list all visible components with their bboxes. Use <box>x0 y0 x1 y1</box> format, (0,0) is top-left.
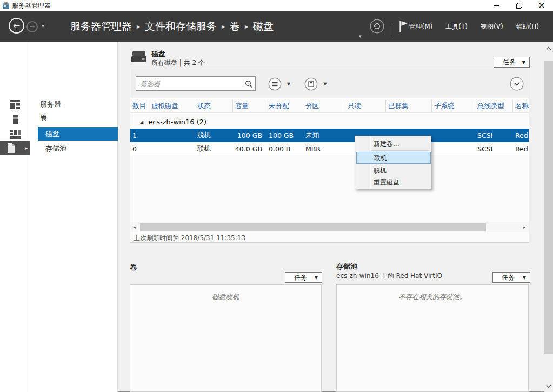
storage-pools-empty-message: 不存在相关的存储池。 <box>399 293 467 302</box>
breadcrumb-item-disks[interactable]: 磁盘 <box>253 19 274 34</box>
column-header[interactable]: 数目 <box>130 100 149 112</box>
menu-help[interactable]: 帮助(H) <box>516 22 539 31</box>
local-server-icon[interactable] <box>0 112 30 127</box>
volumes-empty-message: 磁盘脱机 <box>212 293 239 302</box>
notifications-flag-button[interactable] <box>399 20 408 35</box>
flag-icon <box>399 20 408 33</box>
column-header[interactable]: 名称 <box>513 100 529 112</box>
caret-down-icon[interactable]: ▼ <box>323 82 327 87</box>
cell-number: 1 <box>130 129 149 142</box>
breadcrumb-separator-icon: ▸ <box>222 23 225 30</box>
refresh-button[interactable] <box>370 19 384 34</box>
forward-button[interactable]: → <box>26 21 38 32</box>
filter-input[interactable] <box>136 76 256 91</box>
menu-item-reset-disk[interactable]: 重置磁盘 <box>355 176 432 188</box>
breadcrumb-item-server-manager[interactable]: 服务器管理器 <box>70 19 132 34</box>
column-header[interactable]: 未分配 <box>266 100 303 112</box>
storage-pools-tasks-button[interactable]: 任务 ▼ <box>492 272 530 283</box>
menu-tools[interactable]: 工具(T) <box>445 22 468 31</box>
menu-item-label: 新建卷... <box>374 139 399 149</box>
sidebar-item-disks[interactable]: 磁盘 <box>38 127 118 141</box>
minimize-button[interactable] <box>485 0 508 11</box>
horizontal-scrollbar[interactable]: ◂ ▸ <box>130 222 529 232</box>
caret-down-icon[interactable]: ▼ <box>287 82 290 87</box>
scroll-right-icon[interactable]: ▸ <box>520 224 529 230</box>
sidebar-item-volumes[interactable]: 卷 <box>30 111 118 125</box>
volumes-panel: 磁盘脱机 <box>130 284 322 392</box>
caret-down-icon: ▼ <box>315 275 318 280</box>
search-icon[interactable] <box>245 80 253 88</box>
menu-manage[interactable]: 管理(M) <box>409 22 433 31</box>
storage-pools-panel: 不存在相关的存储池。 <box>336 284 529 392</box>
sidebar-item-label: 卷 <box>40 114 47 123</box>
menu-item-offline[interactable]: 脱机 <box>355 164 432 176</box>
scrollbar-thumb[interactable] <box>544 61 553 354</box>
column-header[interactable]: 只读 <box>345 100 386 112</box>
page-caret-icon[interactable]: ▾ <box>359 34 362 39</box>
column-header[interactable]: 容量 <box>233 100 266 112</box>
cell-name: Red <box>513 142 529 155</box>
column-header[interactable]: 子系统 <box>432 100 475 112</box>
breadcrumb-item-file-storage[interactable]: 文件和存储服务 <box>145 19 217 34</box>
cell-capacity: 40.0 GB <box>233 142 266 155</box>
cell-status: 联机 <box>195 142 233 155</box>
app-title: 服务器管理器 <box>12 1 51 10</box>
breadcrumb-separator-icon: ▸ <box>245 23 248 30</box>
vertical-scrollbar[interactable] <box>544 42 553 392</box>
cell-unallocated: 0.00 B <box>266 142 303 155</box>
sidebar-item-label: 磁盘 <box>45 129 59 139</box>
sidebar-item-label: 存储池 <box>45 144 66 154</box>
breadcrumb-item-volumes[interactable]: 卷 <box>230 19 240 34</box>
scroll-left-icon[interactable]: ◂ <box>130 224 139 230</box>
group-label: ecs-zh-win16 (2) <box>148 118 206 126</box>
scroll-down-icon[interactable] <box>546 384 551 388</box>
view-toolbar: ▼ ▼ <box>268 77 327 91</box>
sidebar-item-label: 服务器 <box>40 99 61 109</box>
cell-status: 脱机 <box>195 129 233 142</box>
cell-name: Red <box>513 129 529 142</box>
column-header[interactable]: 已群集 <box>386 100 432 112</box>
menu-bar: 管理(M) 工具(T) 视图(V) 帮助(H) <box>409 11 539 42</box>
cell-virtual-disk <box>149 142 195 155</box>
list-view-button[interactable] <box>268 77 282 91</box>
menu-item-new-volume[interactable]: 新建卷... <box>355 138 432 150</box>
close-button[interactable]: × <box>530 0 553 11</box>
dashboard-icon[interactable] <box>0 97 30 111</box>
menu-view[interactable]: 视图(V) <box>481 22 503 31</box>
caret-down-icon: ▼ <box>523 275 526 280</box>
column-header[interactable]: 虚拟磁盘 <box>149 100 195 112</box>
history-caret-icon[interactable]: ▾ <box>42 23 44 29</box>
collapse-panel-button[interactable] <box>510 77 524 91</box>
group-row[interactable]: ◢ ecs-zh-win16 (2) <box>130 115 529 129</box>
back-button[interactable]: ← <box>9 18 24 34</box>
scroll-up-icon[interactable] <box>546 46 551 50</box>
cell-capacity: 100 GB <box>233 129 266 142</box>
back-arrow-icon: ← <box>13 21 20 31</box>
disk-row[interactable]: 0 联机 40.0 GB 0.00 B MBR SCSI Red <box>130 142 529 155</box>
titlebar: 服务器管理器 × <box>0 0 553 11</box>
minimize-icon <box>494 5 499 6</box>
group-expanded-icon[interactable]: ◢ <box>140 119 143 124</box>
file-storage-services-icon[interactable]: ▸ <box>0 141 30 155</box>
storage-pools-subtitle: ecs-zh-win16 上的 Red Hat VirtIO <box>336 271 442 281</box>
column-header[interactable]: 总线类型 <box>475 100 513 112</box>
refresh-icon <box>370 19 384 34</box>
save-button[interactable] <box>304 77 318 91</box>
sidebar-item-servers[interactable]: 服务器 <box>30 97 118 111</box>
scrollbar-thumb[interactable] <box>140 223 486 231</box>
breadcrumb: 服务器管理器 ▸ 文件和存储服务 ▸ 卷 ▸ 磁盘 <box>70 11 274 42</box>
section-expand-icon[interactable]: ▸ <box>25 145 28 151</box>
menu-item-online[interactable]: 联机 <box>356 152 431 164</box>
disk-row-selected[interactable]: 1 脱机 100 GB 100 GB 未知 SCSI Red <box>130 129 529 142</box>
volumes-tasks-button[interactable]: 任务 ▼ <box>285 272 322 283</box>
column-header[interactable]: 分区 <box>303 100 345 112</box>
all-servers-icon[interactable] <box>0 127 30 141</box>
disks-tasks-button[interactable]: 任务 ▼ <box>494 57 530 68</box>
maximize-button[interactable] <box>508 0 530 11</box>
app-icon <box>2 2 10 9</box>
sidebar-item-storage-pools[interactable]: 存储池 <box>30 142 118 156</box>
table-header-row: 数目 虚拟磁盘 状态 容量 未分配 分区 只读 已群集 子系统 总线类型 名称 <box>130 100 529 113</box>
tasks-label: 任务 <box>294 273 307 282</box>
column-header[interactable]: 状态 <box>195 100 233 112</box>
tasks-label: 任务 <box>503 58 516 67</box>
